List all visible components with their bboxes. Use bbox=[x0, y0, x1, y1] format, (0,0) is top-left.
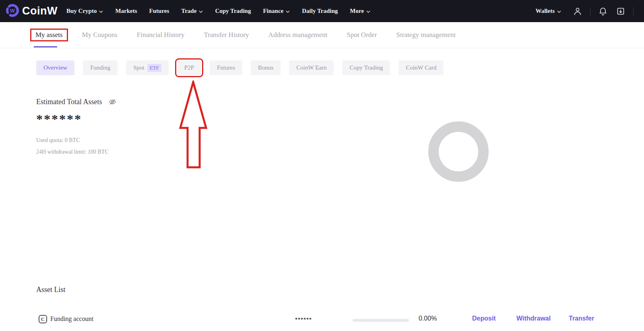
divider bbox=[590, 7, 590, 15]
pill-overview[interactable]: Overview bbox=[36, 60, 74, 75]
user-icon[interactable] bbox=[572, 6, 583, 16]
pill-copy-trading[interactable]: Copy Trading bbox=[342, 60, 390, 75]
tab-spot-order[interactable]: Spot Order bbox=[347, 31, 377, 39]
tab-address-management[interactable]: Address management bbox=[268, 31, 328, 39]
svg-text:W: W bbox=[10, 8, 15, 14]
account-type-pills: Overview Funding Spot ETF P2P Futures Bo… bbox=[36, 60, 444, 75]
used-quota-text: Used quota: 0 BTC bbox=[36, 137, 117, 144]
annotation-box-my-assets: My assets bbox=[30, 29, 68, 41]
asset-list-title: Asset List bbox=[36, 286, 66, 294]
withdrawal-limit-text: 24H withdrawal limit: 100 BTC bbox=[36, 149, 117, 155]
transfer-link[interactable]: Transfer bbox=[569, 315, 594, 322]
topnav-menu: Buy Crypto Markets Futures Trade Copy Tr… bbox=[66, 8, 370, 14]
nav-item-more[interactable]: More bbox=[350, 8, 370, 14]
asset-allocation-donut bbox=[428, 121, 489, 184]
topnav-right: Wallets bbox=[536, 6, 634, 16]
pill-funding[interactable]: Funding bbox=[83, 60, 118, 75]
coinw-logo-icon: W bbox=[6, 4, 19, 19]
estimated-total-assets-block: Estimated Total Assets ****** Used quota… bbox=[36, 98, 117, 155]
pill-spot[interactable]: Spot ETF bbox=[126, 60, 169, 75]
allocation-progress-bar bbox=[353, 319, 409, 322]
assets-subnav: My assets My Coupons Financial History T… bbox=[0, 22, 644, 48]
wallets-menu[interactable]: Wallets bbox=[536, 8, 561, 14]
chevron-down-icon bbox=[366, 8, 370, 14]
assets-overview-panel: Overview Funding Spot ETF P2P Futures Bo… bbox=[0, 48, 644, 331]
pill-p2p[interactable]: P2P bbox=[177, 60, 201, 75]
tab-strategy-management[interactable]: Strategy management bbox=[396, 31, 456, 39]
pill-futures[interactable]: Futures bbox=[210, 60, 242, 75]
nav-item-trade[interactable]: Trade bbox=[181, 8, 203, 14]
allocation-percent: 0.00% bbox=[419, 315, 437, 322]
chevron-down-icon bbox=[286, 8, 290, 14]
coinw-account-icon: C bbox=[39, 315, 47, 323]
top-navbar: W CoinW Buy Crypto Markets Futures Trade… bbox=[0, 0, 644, 22]
active-tab-underline bbox=[34, 46, 57, 47]
eye-off-icon[interactable] bbox=[108, 98, 117, 106]
nav-item-finance[interactable]: Finance bbox=[263, 8, 290, 14]
divider bbox=[633, 7, 634, 15]
chevron-down-icon bbox=[557, 8, 561, 14]
nav-item-markets[interactable]: Markets bbox=[115, 8, 137, 14]
download-icon[interactable] bbox=[615, 6, 626, 16]
deposit-link[interactable]: Deposit bbox=[472, 315, 496, 322]
nav-item-futures[interactable]: Futures bbox=[149, 8, 169, 14]
hidden-total-assets-value: ****** bbox=[36, 112, 117, 127]
pill-coinw-earn[interactable]: CoinW Earn bbox=[289, 60, 334, 75]
etf-badge: ETF bbox=[147, 64, 161, 72]
hidden-balance-value: ****** bbox=[295, 317, 312, 323]
pill-bonus[interactable]: Bonus bbox=[251, 60, 281, 75]
annotation-arrow-up bbox=[179, 80, 208, 171]
coinw-logo[interactable]: W CoinW bbox=[6, 4, 58, 19]
chevron-down-icon bbox=[99, 8, 103, 14]
estimated-total-assets-label: Estimated Total Assets bbox=[36, 98, 102, 106]
tab-transfer-history[interactable]: Transfer History bbox=[204, 31, 249, 39]
pill-coinw-card[interactable]: CoinW Card bbox=[398, 60, 444, 75]
tab-my-coupons[interactable]: My Coupons bbox=[82, 31, 118, 39]
nav-item-buy-crypto[interactable]: Buy Crypto bbox=[66, 8, 103, 14]
asset-row-funding: C Funding account ****** 0.00% Deposit W… bbox=[0, 312, 644, 331]
tab-my-assets[interactable]: My assets bbox=[35, 31, 63, 39]
account-name: Funding account bbox=[50, 315, 93, 323]
withdrawal-link[interactable]: Withdrawal bbox=[516, 315, 551, 322]
chevron-down-icon bbox=[199, 8, 203, 14]
brand-name: CoinW bbox=[22, 5, 58, 17]
bell-icon[interactable] bbox=[598, 6, 608, 16]
tab-financial-history[interactable]: Financial History bbox=[137, 31, 185, 39]
nav-item-copy-trading[interactable]: Copy Trading bbox=[215, 8, 251, 14]
nav-item-daily-trading[interactable]: Daily Trading bbox=[302, 8, 338, 14]
